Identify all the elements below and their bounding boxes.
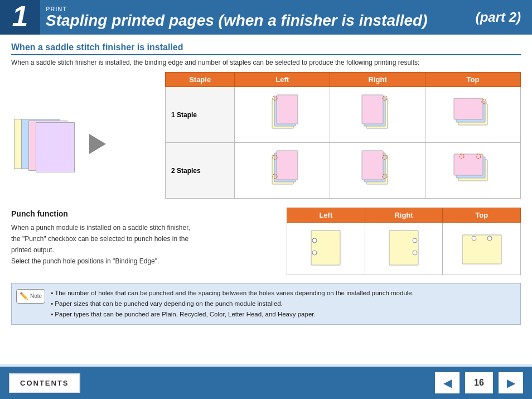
svg-rect-19 [362,151,383,180]
punch-section: Punch function When a punch module is in… [11,208,521,275]
staple-table: Staple Left Right Top 1 Staple [165,72,521,199]
part-label: (part 2) [476,0,532,35]
svg-rect-14 [277,151,298,180]
paper-stack [11,116,84,172]
1staple-top-icon [451,92,495,136]
punch-title: Punch function [11,208,275,220]
svg-point-35 [487,236,492,241]
prev-page-button[interactable]: ◀ [435,372,460,393]
punch-top-icon [460,228,504,267]
header-text-block: PRINT Stapling printed pages (when a fin… [40,0,476,35]
section1-intro: When a saddle stitch finisher is install… [11,59,521,66]
svg-rect-30 [389,230,418,265]
2staple-right-cell [330,143,425,199]
svg-rect-2 [277,95,298,124]
svg-rect-10 [454,98,483,119]
page-number: 16 [465,372,493,393]
punch-text: Punch function When a punch module is in… [11,208,275,275]
punch-line-1: When a punch module is installed on a sa… [11,223,275,267]
note-bullet-2: • Paper sizes that can be punched vary d… [51,299,414,309]
svg-rect-24 [454,154,483,175]
print-label: PRINT [46,6,476,12]
2staple-top-cell [425,143,521,199]
punch-left-cell [287,223,365,275]
note-label: Note [30,292,42,301]
punch-col-left: Left [287,208,365,223]
note-text: • The number of holes that can be punche… [51,288,414,320]
svg-point-31 [413,238,417,243]
punch-top-cell [443,223,521,275]
note-box: ✏️ Note • The number of holes that can b… [11,283,521,325]
2staple-top-icon [451,147,495,192]
table-row: 1 Staple [166,87,521,143]
1staple-left-icon [260,92,304,136]
note-bullet-1: • The number of holes that can be punche… [51,288,414,299]
chapter-number: 1 [0,0,40,35]
arrow-icon [89,134,106,154]
svg-rect-27 [311,230,340,265]
punch-right-cell [365,223,443,275]
col-staple: Staple [166,73,235,87]
section1-title: When a saddle stitch finisher is install… [11,42,521,55]
col-top: Top [425,73,521,87]
2staple-right-icon [355,147,400,192]
contents-button[interactable]: CONTENTS [9,373,80,393]
punch-table: Left Right Top [287,208,521,275]
2staple-left-icon [260,147,304,192]
paper-illustration [11,72,156,199]
table-row: 2 Staples [166,143,521,199]
1staple-top-cell [425,87,521,143]
svg-point-32 [413,251,417,255]
svg-rect-33 [462,235,501,264]
svg-point-28 [312,238,317,243]
page-title: Stapling printed pages (when a finisher … [46,12,476,30]
footer: CONTENTS ◀ 16 ▶ [0,367,532,399]
1staple-left-cell [235,87,330,143]
punch-col-top: Top [443,208,521,223]
svg-rect-6 [362,95,383,124]
punch-col-right: Right [365,208,443,223]
top-section: Staple Left Right Top 1 Staple [11,72,521,199]
next-page-button[interactable]: ▶ [499,372,523,393]
paper-sheet-purple [36,122,75,172]
col-right: Right [330,73,425,87]
table-row [287,223,521,275]
pencil-icon: ✏️ [20,290,28,302]
note-icon: ✏️ Note [16,289,45,304]
punch-left-icon [303,228,348,267]
1staple-right-cell [330,87,425,143]
header: 1 PRINT Stapling printed pages (when a f… [0,0,532,35]
2staple-left-cell [235,143,330,199]
row-1staple-label: 1 Staple [166,87,235,143]
col-left: Left [235,73,330,87]
punch-right-icon [381,228,426,267]
1staple-right-icon [355,92,400,136]
row-2staple-label: 2 Staples [166,143,235,199]
svg-point-29 [312,251,317,255]
svg-point-34 [472,236,476,241]
note-bullet-3: • Paper types that can be punched are Pl… [51,309,414,320]
main-content: When a saddle stitch finisher is install… [0,35,532,364]
